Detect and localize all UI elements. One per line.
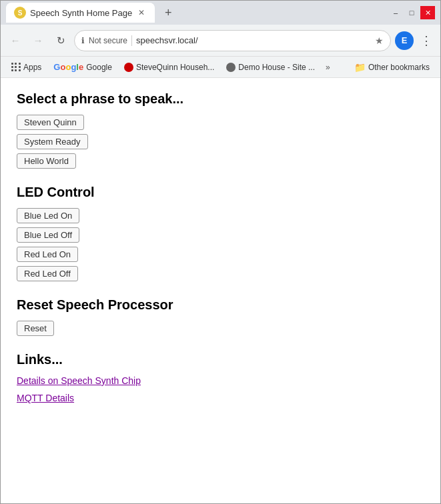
steven-quinn-row: Steven Quinn [17, 115, 424, 130]
profile-button[interactable]: E [395, 31, 414, 50]
system-ready-button[interactable]: System Ready [17, 134, 88, 149]
led-section-title: LED Control [17, 185, 424, 200]
apps-grid-icon [11, 63, 21, 72]
browser-menu-button[interactable]: ⋮ [418, 31, 435, 51]
speech-synth-chip-link[interactable]: Details on Speech Synth Chip [17, 375, 424, 386]
stevequinn-favicon-icon [124, 63, 133, 72]
maximize-button[interactable]: □ [404, 6, 419, 19]
page-content: Select a phrase to speak... Steven Quinn… [1, 78, 440, 503]
demohouse-label: Demo House - Site ... [238, 63, 315, 72]
red-led-off-row: Red Led Off [17, 266, 424, 281]
system-ready-row: System Ready [17, 134, 424, 149]
other-bookmarks-label: Other bookmarks [368, 63, 430, 72]
hello-world-button[interactable]: Hello World [17, 153, 76, 169]
bookmarks-other[interactable]: 📁 Other bookmarks [349, 60, 435, 75]
demohouse-favicon-icon [226, 63, 236, 72]
more-bookmarks-button[interactable]: » [322, 61, 334, 73]
steven-quinn-button[interactable]: Steven Quinn [17, 115, 84, 130]
reset-section: Reset Speech Processor Reset [17, 297, 424, 336]
minimize-button[interactable]: – [388, 6, 403, 19]
reset-section-title: Reset Speech Processor [17, 297, 424, 313]
led-section: LED Control Blue Led On Blue Led Off Red… [17, 185, 424, 281]
back-button[interactable]: ← [6, 31, 25, 50]
reset-row: Reset [17, 321, 424, 336]
browser-window: S Speech Synth Home Page ✕ + – □ ✕ ← → ↻… [0, 0, 441, 504]
reload-button[interactable]: ↻ [51, 31, 70, 50]
bookmarks-demohouse[interactable]: Demo House - Site ... [221, 61, 320, 74]
blue-led-on-button[interactable]: Blue Led On [17, 208, 79, 223]
address-bar[interactable]: ℹ Not secure speechsvr.local/ ★ [74, 30, 391, 51]
phrase-section-title: Select a phrase to speak... [17, 91, 424, 107]
phrase-section: Select a phrase to speak... Steven Quinn… [17, 91, 424, 169]
bookmarks-bar: Apps Google Google SteveQuinn Househ... … [1, 57, 440, 78]
hello-world-row: Hello World [17, 153, 424, 169]
red-led-on-row: Red Led On [17, 247, 424, 262]
close-button[interactable]: ✕ [420, 6, 435, 19]
bookmarks-apps[interactable]: Apps [6, 61, 47, 74]
google-label: Google [86, 63, 112, 72]
tab-title: Speech Synth Home Page [30, 8, 132, 18]
apps-label: Apps [23, 63, 41, 72]
forward-button[interactable]: → [29, 31, 47, 50]
stevequinn-label: SteveQuinn Househ... [136, 63, 214, 72]
links-section: Links... Details on Speech Synth Chip MQ… [17, 352, 424, 403]
bookmark-star-icon[interactable]: ★ [375, 35, 384, 46]
title-bar: S Speech Synth Home Page ✕ + – □ ✕ [1, 1, 440, 25]
links-section-title: Links... [17, 352, 424, 367]
blue-led-off-row: Blue Led Off [17, 227, 424, 243]
window-controls: – □ ✕ [388, 6, 435, 19]
divider [131, 35, 132, 46]
google-logo-icon: Google [53, 62, 83, 72]
red-led-on-button[interactable]: Red Led On [17, 247, 78, 262]
mqtt-details-link[interactable]: MQTT Details [17, 393, 424, 403]
toolbar: ← → ↻ ℹ Not secure speechsvr.local/ ★ E … [1, 25, 440, 57]
tab-favicon: S [14, 7, 26, 19]
reset-button[interactable]: Reset [17, 321, 54, 336]
tab-close-button[interactable]: ✕ [136, 7, 147, 18]
active-tab[interactable]: S Speech Synth Home Page ✕ [6, 3, 155, 23]
bookmarks-stevequinn[interactable]: SteveQuinn Househ... [119, 61, 219, 74]
new-tab-button[interactable]: + [159, 3, 177, 22]
blue-led-on-row: Blue Led On [17, 208, 424, 223]
bookmarks-google[interactable]: Google Google [48, 60, 117, 74]
folder-icon: 📁 [354, 62, 366, 73]
lock-icon: ℹ [81, 36, 85, 45]
red-led-off-button[interactable]: Red Led Off [17, 266, 78, 281]
not-secure-label: Not secure [89, 36, 127, 45]
url-display: speechsvr.local/ [136, 35, 371, 45]
blue-led-off-button[interactable]: Blue Led Off [17, 227, 79, 243]
